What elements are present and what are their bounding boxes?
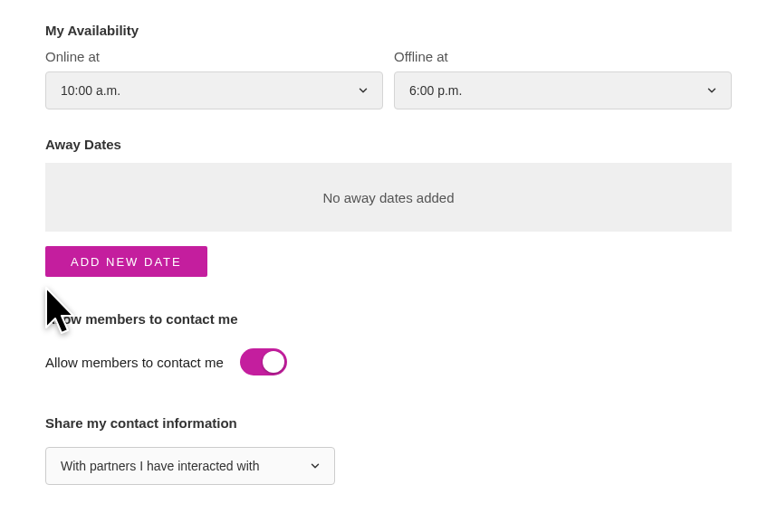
availability-heading: My Availability [45, 23, 732, 38]
online-at-select[interactable]: 10:00 a.m. [45, 71, 383, 109]
contact-toggle[interactable] [240, 348, 287, 375]
away-dates-empty: No away dates added [45, 163, 732, 232]
online-at-field: Online at 10:00 a.m. [45, 49, 383, 109]
add-new-date-button[interactable]: ADD NEW DATE [45, 246, 207, 277]
away-dates-empty-text: No away dates added [322, 190, 454, 205]
offline-at-label: Offline at [394, 49, 732, 64]
chevron-down-icon [309, 460, 321, 472]
chevron-down-icon [357, 84, 369, 97]
online-at-label: Online at [45, 49, 383, 64]
contact-heading: Allow members to contact me [45, 311, 732, 327]
share-heading: Share my contact information [45, 415, 732, 431]
share-contact-value: With partners I have interacted with [61, 459, 259, 473]
toggle-knob [263, 351, 284, 373]
offline-at-select[interactable]: 6:00 p.m. [394, 71, 732, 109]
away-dates-heading: Away Dates [45, 137, 732, 152]
offline-at-value: 6:00 p.m. [409, 83, 462, 98]
chevron-down-icon [705, 84, 718, 97]
online-at-value: 10:00 a.m. [61, 83, 120, 98]
contact-toggle-label: Allow members to contact me [45, 355, 224, 370]
share-contact-select[interactable]: With partners I have interacted with [45, 447, 335, 485]
offline-at-field: Offline at 6:00 p.m. [394, 49, 732, 109]
